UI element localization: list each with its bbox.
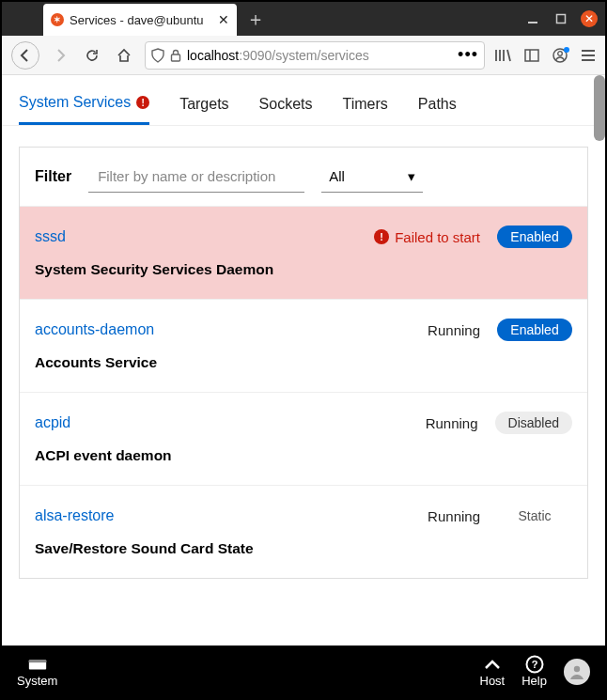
- service-row[interactable]: accounts-daemon Running Enabled Accounts…: [20, 299, 587, 392]
- dock-host[interactable]: Host: [480, 656, 506, 688]
- tracking-shield-icon[interactable]: [151, 48, 164, 63]
- svg-rect-2: [172, 54, 180, 61]
- service-name: acpid: [35, 414, 70, 431]
- browser-tab[interactable]: ✶ Services - dave@ubuntu ✕: [43, 4, 237, 36]
- tab-timers[interactable]: Timers: [343, 94, 388, 125]
- home-button[interactable]: [113, 44, 135, 67]
- filter-label: Filter: [35, 168, 71, 185]
- service-state: Running: [428, 322, 480, 338]
- tab-targets[interactable]: Targets: [179, 94, 228, 125]
- service-state: ! Failed to start: [374, 229, 480, 245]
- forward-button[interactable]: [49, 44, 71, 67]
- tab-title: Services - dave@ubuntu: [70, 13, 212, 27]
- tab-label: System Services: [19, 94, 131, 111]
- chevron-up-icon: [482, 656, 503, 673]
- services-panel: Filter All ▾ sssd ! Failed to start Enab…: [19, 147, 588, 579]
- svg-point-14: [574, 666, 580, 672]
- toolbar-icons: [494, 48, 596, 63]
- tab-close-icon[interactable]: ✕: [218, 12, 229, 27]
- svg-rect-11: [29, 660, 46, 662]
- account-badge-icon: [564, 47, 569, 53]
- server-icon: [27, 656, 48, 673]
- service-state: Running: [428, 508, 480, 524]
- service-description: ACPI event daemon: [35, 447, 572, 464]
- window-titlebar: ✶ Services - dave@ubuntu ✕ ＋ ✕: [2, 2, 605, 36]
- service-description: Save/Restore Sound Card State: [35, 540, 572, 557]
- filter-bar: Filter All ▾: [20, 148, 587, 206]
- service-name: alsa-restore: [35, 507, 114, 524]
- dock-system[interactable]: System: [17, 656, 57, 688]
- select-value: All: [329, 168, 345, 184]
- svg-rect-3: [525, 50, 538, 61]
- account-icon[interactable]: [553, 48, 568, 63]
- error-icon: !: [374, 229, 389, 244]
- browser-toolbar: localhost:9090/system/services •••: [2, 36, 605, 75]
- service-row[interactable]: alsa-restore Running Static Save/Restore…: [20, 485, 587, 578]
- error-badge-icon: !: [136, 96, 149, 109]
- menu-icon[interactable]: [581, 49, 596, 62]
- services-tab-nav: System Services ! Targets Sockets Timers…: [2, 75, 605, 126]
- tab-system-services[interactable]: System Services !: [19, 94, 149, 125]
- dock-label: System: [17, 674, 57, 688]
- service-state: Running: [426, 415, 478, 431]
- page-actions-icon[interactable]: •••: [458, 45, 478, 65]
- new-tab-button[interactable]: ＋: [246, 7, 265, 32]
- service-badge: Static: [497, 505, 572, 527]
- svg-text:?: ?: [531, 659, 537, 670]
- service-badge: Disabled: [495, 412, 572, 434]
- library-icon[interactable]: [494, 48, 511, 63]
- service-badge: Enabled: [497, 319, 572, 341]
- tab-paths[interactable]: Paths: [418, 94, 457, 125]
- scrollbar[interactable]: [594, 75, 605, 141]
- dock-help[interactable]: ? Help: [521, 656, 547, 688]
- service-name: sssd: [35, 228, 66, 245]
- service-description: Accounts Service: [35, 354, 572, 371]
- tab-sockets[interactable]: Sockets: [259, 94, 313, 125]
- filter-state-select[interactable]: All ▾: [321, 161, 423, 193]
- dock-label: Host: [480, 674, 506, 688]
- window-maximize-icon[interactable]: [553, 10, 569, 27]
- bottom-dock: System Host ? Help: [2, 646, 605, 698]
- window-minimize-icon[interactable]: [524, 10, 541, 27]
- service-badge: Enabled: [497, 226, 572, 248]
- page-content: System Services ! Targets Sockets Timers…: [2, 75, 605, 646]
- svg-point-6: [558, 51, 563, 55]
- service-row[interactable]: acpid Running Disabled ACPI event daemon: [20, 392, 587, 485]
- lock-icon[interactable]: [170, 49, 181, 62]
- tab-favicon-icon: ✶: [51, 13, 64, 26]
- reload-button[interactable]: [81, 44, 103, 67]
- service-name: accounts-daemon: [35, 321, 154, 338]
- service-row[interactable]: sssd ! Failed to start Enabled System Se…: [20, 206, 587, 299]
- back-button[interactable]: [11, 41, 39, 70]
- url-bar[interactable]: localhost:9090/system/services •••: [145, 41, 485, 70]
- window-controls: ✕: [524, 2, 598, 36]
- url-text: localhost:9090/system/services: [187, 48, 369, 63]
- window-close-icon[interactable]: ✕: [581, 10, 598, 27]
- help-icon: ?: [524, 656, 545, 673]
- chevron-down-icon: ▾: [408, 168, 415, 185]
- service-description: System Security Services Daemon: [35, 261, 572, 278]
- dock-label: Help: [521, 674, 547, 688]
- user-avatar[interactable]: [564, 659, 590, 685]
- sidebar-icon[interactable]: [524, 49, 539, 62]
- filter-input[interactable]: [88, 161, 304, 193]
- svg-rect-1: [557, 15, 566, 23]
